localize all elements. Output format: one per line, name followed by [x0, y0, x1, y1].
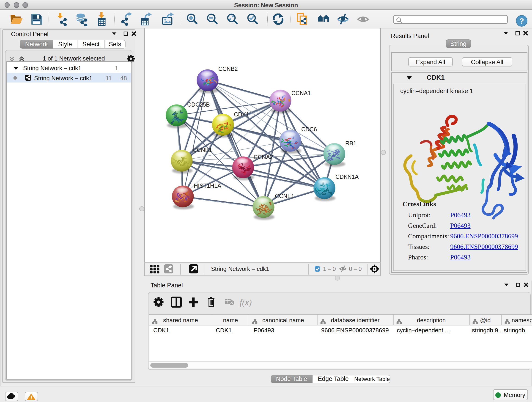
- svg-text:String Network – cdk1: String Network – cdk1: [211, 265, 269, 272]
- svg-text:HIST1H1A: HIST1H1A: [194, 182, 221, 189]
- svg-text:CCNA1: CCNA1: [291, 90, 311, 96]
- svg-text:RB1: RB1: [345, 140, 356, 147]
- svg-text:CCNB1: CCNB1: [192, 147, 212, 153]
- svg-text:CCNE1: CCNE1: [275, 193, 294, 199]
- svg-text:?: ?: [519, 17, 524, 25]
- svg-text:CCNA2: CCNA2: [253, 154, 273, 160]
- svg-text:CDKN1A: CDKN1A: [335, 173, 359, 180]
- svg-text:0 – 0: 0 – 0: [349, 266, 361, 272]
- svg-text:f(x): f(x): [239, 298, 252, 307]
- svg-text:1 – 0: 1 – 0: [323, 266, 336, 272]
- svg-text:CCNB2: CCNB2: [218, 65, 238, 72]
- svg-text:CDC25B: CDC25B: [187, 101, 210, 108]
- svg-text:CDC6: CDC6: [301, 126, 317, 133]
- svg-text:CDK1: CDK1: [234, 111, 249, 118]
